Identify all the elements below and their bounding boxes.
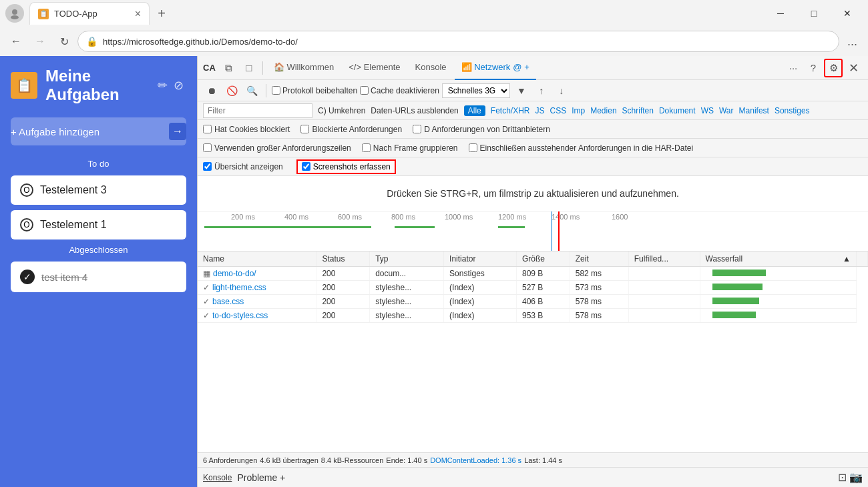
group-by-frame-checkbox-label: Nach Frame gruppieren bbox=[362, 143, 458, 153]
table-row[interactable]: ✓base.css 200 styleshe... (Index) 406 B … bbox=[198, 295, 868, 309]
cell-size-1: 527 B bbox=[517, 281, 570, 295]
speed-dropdown[interactable]: Schnelles 3G bbox=[442, 83, 510, 98]
col-groesse[interactable]: Größe bbox=[517, 252, 570, 267]
probleme-button[interactable]: Probleme + bbox=[237, 472, 285, 483]
network-table-wrapper[interactable]: Name Status Typ Initiator Größe Zeit Ful… bbox=[198, 252, 868, 452]
todo-item-0[interactable]: O Testelement 3 bbox=[11, 175, 186, 205]
include-har-checkbox[interactable] bbox=[469, 143, 477, 152]
minimize-button[interactable]: ─ bbox=[765, 3, 796, 24]
todo-circle-icon-1: O bbox=[20, 218, 33, 231]
svg-point-1 bbox=[11, 15, 19, 19]
download-icon[interactable]: ↓ bbox=[553, 82, 570, 99]
third-party-checkbox-label: D Anforderungen von Drittanbietern bbox=[413, 125, 550, 134]
filter-fetch-xhr-button[interactable]: Fetch/XHR bbox=[491, 106, 530, 115]
todo-circle-icon: O bbox=[20, 183, 33, 197]
filter-medien-button[interactable]: Medien bbox=[590, 106, 616, 115]
dt-square-icon[interactable]: □ bbox=[240, 59, 258, 77]
add-task-button[interactable]: + Aufgabe hinzügen → bbox=[11, 117, 186, 145]
status-resources: 8.4 kB-Ressourcen bbox=[321, 456, 384, 464]
col-zeit[interactable]: Zeit bbox=[570, 252, 628, 267]
dt-help-button[interactable]: ? bbox=[804, 59, 823, 77]
protokoll-checkbox[interactable] bbox=[272, 86, 280, 95]
filter-icon[interactable]: 🔍 bbox=[243, 82, 260, 99]
search-icon[interactable]: ⊘ bbox=[170, 76, 186, 95]
back-button[interactable]: ← bbox=[5, 31, 27, 52]
invert-label: C) Umkehren bbox=[318, 106, 365, 115]
clear-icon[interactable]: 🚫 bbox=[223, 82, 240, 99]
record-icon[interactable]: ⏺ bbox=[203, 82, 220, 99]
third-party-checkbox[interactable] bbox=[413, 125, 421, 133]
col-name[interactable]: Name bbox=[198, 252, 316, 267]
todo-app-title: Meine Aufgaben bbox=[45, 67, 150, 104]
filter-js-button[interactable]: JS bbox=[535, 106, 544, 115]
dt-dropdown-arrow[interactable]: ▼ bbox=[513, 82, 530, 99]
filter-manifest-button[interactable]: Manifest bbox=[739, 106, 769, 115]
screenshot-icon[interactable]: 📷 bbox=[849, 471, 863, 484]
address-text: https://microsoftedge.github.io/Demos/de… bbox=[103, 37, 298, 47]
svg-point-0 bbox=[12, 9, 17, 15]
cache-checkbox[interactable] bbox=[360, 86, 369, 95]
dock-icon[interactable]: ⊡ bbox=[838, 471, 847, 484]
large-rows-checkbox[interactable] bbox=[203, 143, 212, 152]
table-row[interactable]: ▦demo-to-do/ 200 docum... Sonstiges 809 … bbox=[198, 267, 868, 281]
table-row[interactable]: ✓light-theme.css 200 styleshe... (Index)… bbox=[198, 281, 868, 295]
screenshots-checkbox[interactable] bbox=[302, 162, 310, 171]
filter-schriften-button[interactable]: Schriften bbox=[622, 106, 654, 115]
tab-willkommen[interactable]: 🏠 Willkommen bbox=[267, 56, 341, 80]
col-fulfilled[interactable]: Fulfilled... bbox=[628, 252, 700, 267]
done-item-0[interactable]: ✓ test item 4 bbox=[11, 262, 186, 292]
console-link[interactable]: Konsole bbox=[203, 473, 232, 482]
col-wasserfall[interactable]: Wasserfall ▲ bbox=[700, 252, 856, 267]
tl-green-bar-3 bbox=[498, 226, 525, 228]
refresh-button[interactable]: ↻ bbox=[53, 31, 75, 52]
upload-icon[interactable]: ↑ bbox=[533, 82, 550, 99]
dt-more-options-button[interactable]: ··· bbox=[784, 59, 803, 77]
forward-button[interactable]: → bbox=[29, 31, 51, 52]
filter-dokument-button[interactable]: Dokument bbox=[659, 106, 696, 115]
col-status[interactable]: Status bbox=[316, 252, 370, 267]
address-bar[interactable]: 🔒 https://microsoftedge.github.io/Demos/… bbox=[77, 31, 839, 52]
filter-input[interactable] bbox=[203, 103, 312, 118]
blocked-checkbox[interactable] bbox=[300, 125, 309, 133]
filter-all-button[interactable]: Alle bbox=[464, 105, 485, 116]
filmstrip-message: Drücken Sie STRG+R, um filmstrip zu aktu… bbox=[198, 176, 868, 211]
status-transferred: 4.6 kB übertragen bbox=[260, 456, 318, 464]
maximize-button[interactable]: □ bbox=[799, 3, 829, 24]
filter-ws-button[interactable]: WS bbox=[701, 106, 714, 115]
tl-label-1200: 1200 ms bbox=[498, 213, 526, 221]
group-by-frame-checkbox[interactable] bbox=[362, 143, 371, 152]
link-demo-to-do[interactable]: demo-to-do/ bbox=[213, 269, 256, 278]
todo-item-text-1: Testelement 1 bbox=[40, 219, 107, 231]
filter-war-button[interactable]: War bbox=[719, 106, 734, 115]
link-to-do-styles[interactable]: to-do-styles.css bbox=[212, 311, 268, 320]
cell-init-1: (Index) bbox=[444, 281, 517, 295]
cell-fulfilled-3 bbox=[628, 309, 700, 323]
devtools-panel: CA ⧉ □ 🏠 Willkommen </> Elemente Konsole… bbox=[197, 56, 868, 487]
filter-sonstiges-button[interactable]: Sonstiges bbox=[775, 106, 810, 115]
tab-konsole[interactable]: Konsole bbox=[409, 56, 453, 80]
home-icon: 🏠 bbox=[274, 62, 284, 72]
dt-close-button[interactable]: ✕ bbox=[844, 59, 863, 77]
overview-checkbox[interactable] bbox=[203, 162, 212, 171]
link-light-theme[interactable]: light-theme.css bbox=[212, 283, 266, 292]
elements-icon: </> bbox=[349, 62, 361, 72]
filter-imp-button[interactable]: Imp bbox=[572, 106, 585, 115]
close-button[interactable]: ✕ bbox=[832, 3, 863, 24]
cookies-checkbox[interactable] bbox=[203, 125, 212, 133]
todo-item-1[interactable]: O Testelement 1 bbox=[11, 210, 186, 239]
tab-netzwerk[interactable]: 📶 Netzwerk @ + bbox=[455, 56, 536, 80]
new-tab-button[interactable]: + bbox=[152, 4, 171, 23]
filter-css-button[interactable]: CSS bbox=[550, 106, 567, 115]
tab-elemente[interactable]: </> Elemente bbox=[342, 56, 407, 80]
dt-settings-button[interactable]: ⚙ bbox=[824, 59, 843, 77]
tab-close-icon[interactable]: × bbox=[135, 8, 141, 20]
more-options-button[interactable]: ... bbox=[842, 32, 863, 51]
browser-tab[interactable]: 📋 TODO-App × bbox=[29, 2, 150, 25]
dt-copy-icon[interactable]: ⧉ bbox=[220, 59, 238, 77]
link-base-css[interactable]: base.css bbox=[212, 297, 244, 306]
col-initiator[interactable]: Initiator bbox=[444, 252, 517, 267]
edit-icon[interactable]: ✏ bbox=[155, 76, 171, 95]
col-typ[interactable]: Typ bbox=[370, 252, 444, 267]
table-row[interactable]: ✓to-do-styles.css 200 styleshe... (Index… bbox=[198, 309, 868, 323]
profile-avatar[interactable] bbox=[5, 4, 24, 23]
